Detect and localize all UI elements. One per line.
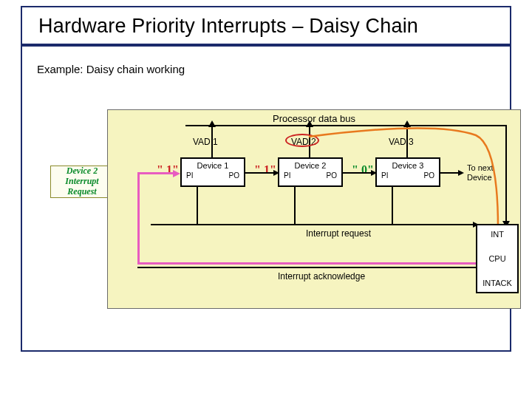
device-1-name: Device 1 [182,161,244,170]
cpu-label: CPU [479,254,516,263]
device-2-pi: PI [284,171,290,180]
po1-pi2-arrow-icon [273,170,279,176]
ack-highlight-h [137,262,477,265]
dev1-irq-stub [197,187,198,224]
title-bar: Hardware Priority Interrupts – Daisy Cha… [22,7,510,47]
device-1-pi: PI [186,171,193,180]
callout-text: Device 2 Interrupt Request [51,166,113,197]
dev2-irq-stub [294,187,296,224]
bus-to-cpu-wire [505,126,507,225]
slide-title: Hardware Priority Interrupts – Daisy Cha… [38,15,494,38]
irq-label: Interrupt request [306,228,371,239]
bus-label: Processor data bus [108,113,520,124]
ack-highlight-arrow-icon [173,170,180,177]
cpu-intack-label: INTACK [479,279,516,287]
slide-frame: Hardware Priority Interrupts – Daisy Cha… [21,6,511,352]
vad1-label: VAD 1 [193,137,218,147]
vad1-arrow-icon [208,120,216,127]
ack-label: Interrupt acknowledge [278,271,365,282]
device-1-box: Device 1 PI PO [180,157,245,187]
interrupt-request-callout: Device 2 Interrupt Request [50,166,114,198]
ack-highlight-v [137,172,140,264]
interrupt-ack-bus [137,267,477,268]
example-caption: Example: Daisy chain working [22,47,510,75]
vad2-to-int-path-icon [309,126,501,230]
cpu-box: INT CPU INTACK [476,224,519,293]
ack-highlight-to-pi1 [137,172,177,174]
daisy-chain-diagram: Processor data bus VAD 1 VAD 2 VAD 3 Dev… [107,109,521,309]
device-1-po: PO [229,171,239,180]
cpu-int-label: INT [479,230,516,239]
